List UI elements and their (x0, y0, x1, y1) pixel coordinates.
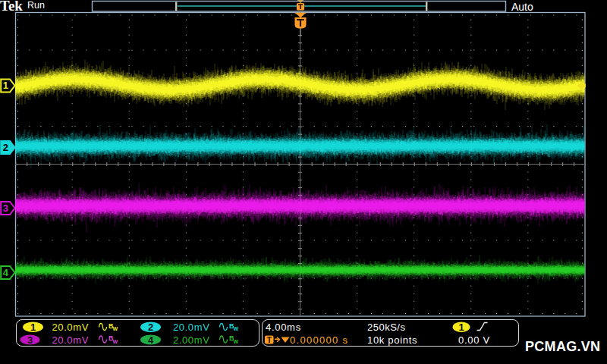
svg-text:2: 2 (3, 142, 8, 153)
svg-text:3: 3 (3, 202, 8, 214)
svg-text:4: 4 (3, 267, 9, 278)
svg-text:1: 1 (3, 80, 8, 91)
